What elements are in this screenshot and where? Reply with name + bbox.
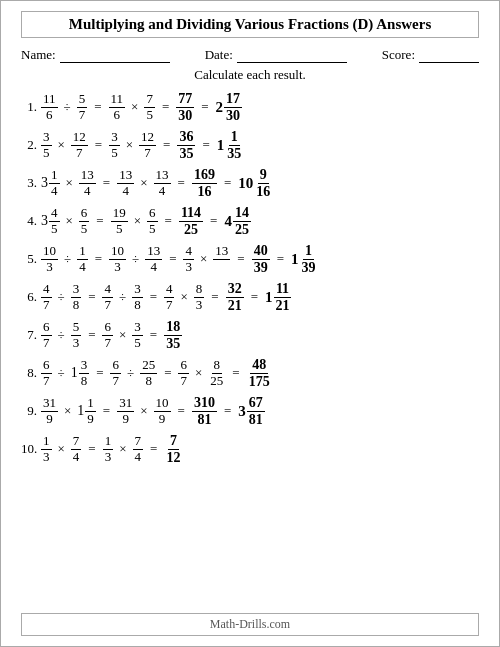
problem-row-3: 3. 3 14 × 134 = 134 × 134 = 16916 = 10 9…: [21, 165, 479, 201]
problem-num-3: 3.: [21, 175, 41, 191]
frac-10b: 74: [71, 434, 82, 464]
problem-expr-1: 116 ÷ 57 = 116 × 75 = 7730 = 2 1730: [41, 91, 242, 123]
frac-2b: 127: [71, 130, 88, 160]
problem-expr-9: 319 × 1 19 = 319 × 109 = 31081 = 3 6781: [41, 395, 265, 427]
problem-row-1: 1. 116 ÷ 57 = 116 × 75 = 7730 = 2 1730: [21, 89, 479, 125]
problem-row-9: 9. 319 × 1 19 = 319 × 109 = 31081 = 3 67…: [21, 393, 479, 429]
problem-num-8: 8.: [21, 365, 41, 381]
problem-expr-6: 47 ÷ 38 = 47 ÷ 38 = 47 × 83 = 3221 = 1 1…: [41, 281, 292, 313]
answer-frac-1e: 7730: [176, 91, 194, 123]
problem-num-10: 10.: [21, 441, 41, 457]
frac-8e: 67: [178, 358, 189, 388]
frac-3b: 134: [79, 168, 96, 198]
frac-6b: 38: [71, 282, 82, 312]
problem-num-7: 7.: [21, 327, 41, 343]
header-row: Name: Date: Score:: [21, 46, 479, 63]
date-field: Date:: [205, 46, 347, 63]
problem-expr-5: 103 ÷ 14 = 103 ÷ 134 = 43 × 13 = 4039 = …: [41, 243, 318, 275]
answer-5: 1 139: [291, 243, 318, 275]
answer-frac-7e: 1835: [164, 319, 182, 351]
frac-10c: 13: [103, 434, 114, 464]
frac-4c: 195: [111, 206, 128, 236]
frac-9a: 319: [41, 396, 58, 426]
mixed-9b: 1 19: [77, 396, 96, 426]
answer-3: 10 916: [238, 167, 272, 199]
frac-9c: 319: [117, 396, 134, 426]
footer: Math-Drills.com: [21, 613, 479, 636]
frac-1b: 57: [77, 92, 88, 122]
answer-frac-10e: 712: [164, 433, 182, 465]
frac-6a: 47: [41, 282, 52, 312]
problems-container: 1. 116 ÷ 57 = 116 × 75 = 7730 = 2 1730 2…: [21, 89, 479, 605]
frac-5d: 134: [145, 244, 162, 274]
frac-8f: 825: [208, 358, 225, 388]
frac-8c: 67: [110, 358, 121, 388]
problem-num-2: 2.: [21, 137, 41, 153]
answer-frac-2e: 3635: [177, 129, 195, 161]
frac-8a: 67: [41, 358, 52, 388]
problem-row-5: 5. 103 ÷ 14 = 103 ÷ 134 = 43 × 13 = 4039…: [21, 241, 479, 277]
frac-5c: 103: [109, 244, 126, 274]
problem-row-6: 6. 47 ÷ 38 = 47 ÷ 38 = 47 × 83 = 3221 = …: [21, 279, 479, 315]
problem-num-5: 5.: [21, 251, 41, 267]
score-field: Score:: [382, 46, 479, 63]
frac-5b: 14: [77, 244, 88, 274]
frac-1d: 75: [144, 92, 155, 122]
frac-2c: 35: [109, 130, 120, 160]
answer-2: 1 135: [217, 129, 244, 161]
page-title: Multiplying and Dividing Various Fractio…: [21, 11, 479, 38]
frac-5f: 13: [213, 244, 230, 274]
problem-num-9: 9.: [21, 403, 41, 419]
date-label: Date:: [205, 47, 233, 63]
frac-7b: 53: [71, 320, 82, 350]
problem-expr-3: 3 14 × 134 = 134 × 134 = 16916 = 10 916: [41, 167, 272, 199]
answer-frac-4e: 11425: [179, 205, 203, 237]
page: Multiplying and Dividing Various Fractio…: [0, 0, 500, 647]
score-label: Score:: [382, 47, 415, 63]
frac-9d: 109: [154, 396, 171, 426]
name-label: Name:: [21, 47, 56, 63]
instruction: Calculate each result.: [21, 67, 479, 83]
frac-7c: 67: [102, 320, 113, 350]
frac-5a: 103: [41, 244, 58, 274]
frac-4b: 65: [79, 206, 90, 236]
frac-3c: 134: [117, 168, 134, 198]
problem-expr-4: 3 45 × 65 = 195 × 65 = 11425 = 4 1425: [41, 205, 251, 237]
problem-row-7: 7. 67 ÷ 53 = 67 × 35 = 1835: [21, 317, 479, 353]
mixed-4a: 3 45: [41, 206, 60, 236]
answer-4: 4 1425: [224, 205, 251, 237]
problem-row-2: 2. 35 × 127 = 35 × 127 = 3635 = 1 135: [21, 127, 479, 163]
problem-expr-8: 67 ÷ 1 38 = 67 ÷ 258 = 67 × 825 = 48175: [41, 357, 272, 389]
answer-frac-5g: 4039: [252, 243, 270, 275]
frac-2d: 127: [139, 130, 156, 160]
problem-expr-2: 35 × 127 = 35 × 127 = 3635 = 1 135: [41, 129, 243, 161]
frac-10a: 13: [41, 434, 52, 464]
problem-row-4: 4. 3 45 × 65 = 195 × 65 = 11425 = 4 1425: [21, 203, 479, 239]
name-field: Name:: [21, 46, 170, 63]
answer-frac-6g: 3221: [226, 281, 244, 313]
answer-frac-9e: 31081: [192, 395, 217, 427]
mixed-3a: 3 14: [41, 168, 60, 198]
frac-1a: 116: [41, 92, 58, 122]
answer-frac-8g: 48175: [247, 357, 272, 389]
frac-3d: 134: [154, 168, 171, 198]
mixed-8b: 1 38: [71, 358, 90, 388]
frac-6c: 47: [102, 282, 113, 312]
problem-num-6: 6.: [21, 289, 41, 305]
frac-8d: 258: [140, 358, 157, 388]
frac-7a: 67: [41, 320, 52, 350]
date-underline: [237, 46, 347, 63]
answer-1: 2 1730: [216, 91, 243, 123]
name-underline: [60, 46, 170, 63]
problem-expr-10: 13 × 74 = 13 × 74 = 712: [41, 433, 182, 465]
frac-10d: 74: [133, 434, 144, 464]
frac-2a: 35: [41, 130, 52, 160]
answer-6: 1 1121: [265, 281, 292, 313]
problem-row-8: 8. 67 ÷ 1 38 = 67 ÷ 258 = 67 × 825 = 481…: [21, 355, 479, 391]
frac-6f: 83: [194, 282, 205, 312]
answer-frac-3e: 16916: [192, 167, 217, 199]
frac-7d: 35: [132, 320, 143, 350]
frac-6e: 47: [164, 282, 175, 312]
frac-6d: 38: [132, 282, 143, 312]
problem-num-4: 4.: [21, 213, 41, 229]
